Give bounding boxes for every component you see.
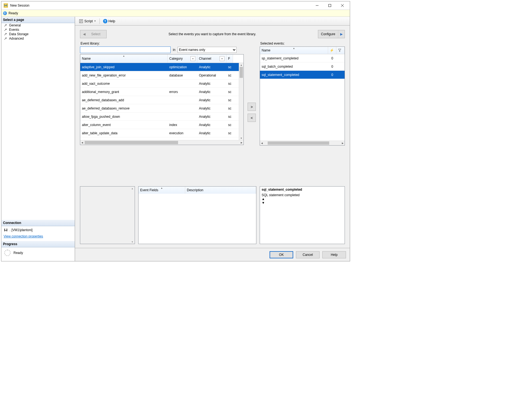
library-row[interactable]: add_xact_outcomeAnalyticsc xyxy=(80,80,243,88)
library-row[interactable]: alter_table_update_dataexecutionAnalytic… xyxy=(80,129,243,137)
scrollbar-thumb[interactable] xyxy=(268,141,329,145)
selected-row[interactable]: sp_statement_completed0 xyxy=(260,54,345,62)
help-label: Help xyxy=(109,19,115,23)
wrench-icon xyxy=(4,23,7,27)
filter-dropdown-icon[interactable]: ▾ xyxy=(220,56,225,61)
library-row[interactable]: additional_memory_granterrorsAnalyticsc xyxy=(80,88,243,96)
search-row: in Event names only xyxy=(80,46,244,53)
page-general[interactable]: General xyxy=(1,23,75,28)
minimize-button[interactable] xyxy=(311,1,323,10)
view-connection-properties-link[interactable]: View connection properties xyxy=(4,234,43,238)
maximize-button[interactable] xyxy=(323,1,336,10)
scroll-down-icon: ▼ xyxy=(130,240,135,244)
selected-grid-body[interactable]: sp_statement_completed0sql_batch_complet… xyxy=(260,54,345,141)
library-row[interactable]: alter_column_eventindexAnalyticsc xyxy=(80,121,243,129)
page-advanced[interactable]: Advanced xyxy=(1,36,75,41)
status-strip: i Ready xyxy=(1,10,350,17)
fields-header: ▲Event Fields Description xyxy=(138,187,256,194)
page-label: Advanced xyxy=(9,37,24,40)
cell-last: sc xyxy=(226,106,233,110)
cell-channel: Operational xyxy=(197,73,226,77)
detail-body: SQL statement completed xyxy=(262,193,343,197)
scroll-right-icon: ▶ xyxy=(240,141,243,144)
cell-category: database xyxy=(168,73,197,77)
script-button[interactable]: Script ▼ xyxy=(78,18,97,24)
scroll-left-icon: ◀ xyxy=(260,142,264,144)
sort-asc-icon: ▲ xyxy=(161,187,163,189)
scrollbar-thumb[interactable] xyxy=(85,141,178,144)
svg-rect-9 xyxy=(4,230,7,231)
search-scope-select[interactable]: Event names only xyxy=(178,47,237,53)
help-button[interactable]: ? Help xyxy=(102,18,117,24)
library-row[interactable]: adaptive_join_skippedoptimizationAnalyti… xyxy=(80,63,243,71)
wrench-icon xyxy=(4,37,7,40)
window-title: New Session xyxy=(10,4,311,7)
nav-right-icon: ▶ xyxy=(338,30,345,38)
scrollbar-thumb[interactable] xyxy=(240,67,243,78)
scroll-down-icon: ▼ xyxy=(239,136,243,140)
col-name[interactable]: ▲Name xyxy=(80,54,168,63)
progress-spinner-icon xyxy=(4,250,11,256)
right-pane: Script ▼ ? Help ◀ Select Select the even… xyxy=(75,17,350,261)
vertical-scrollbar[interactable]: ▲ ▼ xyxy=(262,197,343,205)
page-events[interactable]: Events xyxy=(1,28,75,32)
window-buttons xyxy=(311,1,349,10)
col-filter[interactable] xyxy=(336,47,345,54)
left-pane: Select a page General Events Data Storag… xyxy=(1,17,75,261)
col-event-fields[interactable]: ▲Event Fields xyxy=(138,187,185,194)
connection-info: . [VM1\jdantoni] xyxy=(1,226,75,234)
event-library-grid: ▲Name Category▾ Channel▾ F adaptive_join… xyxy=(80,54,244,145)
selected-row[interactable]: sql_batch_completed0 xyxy=(260,62,345,71)
event-library-column: Event library: in Event names only ▲Name xyxy=(80,40,244,184)
remove-event-button[interactable]: < xyxy=(248,114,256,122)
vertical-scrollbar[interactable]: ▲ ▼ xyxy=(130,187,135,244)
col-description[interactable]: Description xyxy=(185,187,256,194)
col-channel[interactable]: Channel▾ xyxy=(197,54,226,63)
filter-dropdown-icon[interactable]: ▾ xyxy=(190,56,195,61)
detail-title: sql_statement_completed xyxy=(262,188,343,191)
library-row[interactable]: ae_deferred_databases_removeAnalyticsc xyxy=(80,104,243,113)
scroll-down-icon: ▼ xyxy=(262,201,343,205)
close-button[interactable] xyxy=(336,1,349,10)
page-data-storage[interactable]: Data Storage xyxy=(1,32,75,36)
top-row: ◀ Select Select the events you want to c… xyxy=(80,30,345,38)
horizontal-scrollbar[interactable]: ◀ ▶ xyxy=(260,141,345,145)
sort-asc-icon: ▲ xyxy=(123,55,125,57)
col-last[interactable]: F xyxy=(226,54,233,63)
button-bar: OK Cancel Help xyxy=(75,248,350,261)
ok-button[interactable]: OK xyxy=(270,251,293,258)
library-row[interactable]: ae_deferred_databases_addAnalyticsc xyxy=(80,96,243,104)
cell-name: add_new_file_operation_error xyxy=(80,73,168,77)
cell-last: sc xyxy=(226,115,233,119)
selected-row[interactable]: sql_statement_completed0 xyxy=(260,71,345,79)
col-name[interactable]: ▲Name xyxy=(260,47,328,54)
select-nav[interactable]: ◀ Select xyxy=(80,30,107,38)
add-event-button[interactable]: > xyxy=(248,103,256,111)
col-category[interactable]: Category▾ xyxy=(168,54,197,63)
scroll-right-icon: ▶ xyxy=(341,142,345,144)
app-icon xyxy=(4,3,8,8)
cell-flash: 0 xyxy=(328,56,336,60)
horizontal-scrollbar[interactable]: ◀ ▶ xyxy=(80,140,243,145)
library-row[interactable]: always_encrypted_query_countAnalyticsc xyxy=(80,137,243,140)
cell-flash: 0 xyxy=(328,65,336,69)
cell-last: sc xyxy=(226,82,233,86)
cell-category: optimization xyxy=(168,65,197,69)
event-search-input[interactable] xyxy=(80,46,171,53)
configure-button[interactable]: Configure ▶ xyxy=(318,30,345,38)
new-session-window: New Session i Ready Select a page Genera… xyxy=(1,1,350,261)
server-icon xyxy=(4,228,8,232)
cell-name: ae_deferred_databases_add xyxy=(80,98,168,102)
library-grid-body[interactable]: adaptive_join_skippedoptimizationAnalyti… xyxy=(80,63,243,140)
col-lightning[interactable]: ⚡ xyxy=(328,47,336,54)
library-row[interactable]: allow_fpga_pushed_downAnalyticsc xyxy=(80,113,243,121)
vertical-scrollbar[interactable]: ▲ ▼ xyxy=(239,63,243,140)
help-button[interactable]: Help xyxy=(322,251,346,258)
library-row[interactable]: add_new_file_operation_errordatabaseOper… xyxy=(80,71,243,80)
bottom-row: ▲ ▼ ▲Event Fields Description sql_statem… xyxy=(80,186,345,244)
columns-wrap: Event library: in Event names only ▲Name xyxy=(80,40,345,184)
cell-name: sp_statement_completed xyxy=(260,56,328,60)
cancel-button[interactable]: Cancel xyxy=(296,251,320,258)
instruction-text: Select the events you want to capture fr… xyxy=(107,32,318,36)
help-icon: ? xyxy=(103,19,107,23)
